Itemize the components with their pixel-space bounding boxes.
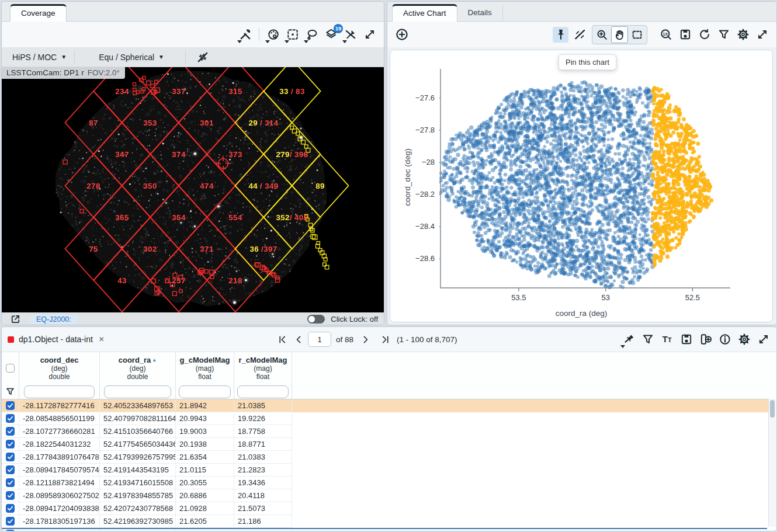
cell: 20.1938 bbox=[176, 438, 234, 451]
sky-map-canvas[interactable] bbox=[2, 67, 384, 312]
recenter-icon[interactable] bbox=[285, 27, 300, 43]
row-checkbox[interactable] bbox=[6, 440, 15, 448]
expand-icon[interactable] bbox=[362, 27, 377, 43]
add-column-icon[interactable] bbox=[698, 332, 713, 347]
table-scroll-divider[interactable] bbox=[2, 528, 767, 529]
chart-toolbar: 1X bbox=[387, 22, 776, 47]
table-row[interactable]: -28.08941784507957452.419144354319521.01… bbox=[2, 464, 776, 477]
cell: -28.089417204093838 bbox=[19, 502, 100, 515]
table-row[interactable]: -28.1172878277741652.4052336489765321.89… bbox=[2, 399, 776, 412]
tools-icon[interactable] bbox=[237, 27, 253, 43]
hips-moc-label: HiPS / MOC bbox=[12, 53, 57, 62]
cell: 52.4191443543195 bbox=[100, 464, 176, 477]
row-checkbox[interactable] bbox=[6, 504, 15, 513]
row-checkbox[interactable] bbox=[6, 427, 15, 436]
text-view-icon[interactable]: TT bbox=[659, 332, 675, 347]
table-row[interactable]: -28.1072773666028152.4151035664076619.90… bbox=[2, 425, 776, 438]
sky-map[interactable]: 23433731533 / 838735330129 / 31434737437… bbox=[2, 67, 384, 312]
info-icon[interactable] bbox=[717, 332, 733, 347]
table-row[interactable]: -28.17784389107647852.41793992675799521.… bbox=[2, 451, 776, 464]
table-settings-icon[interactable] bbox=[736, 332, 752, 347]
tab-coverage[interactable]: Coverage bbox=[10, 4, 67, 22]
filter-row-icon bbox=[5, 387, 15, 397]
scrollbar-thumb[interactable] bbox=[770, 400, 775, 418]
restore-chart-icon[interactable] bbox=[696, 27, 712, 43]
lasso-select-icon[interactable] bbox=[304, 27, 320, 43]
last-page-button[interactable] bbox=[378, 332, 392, 346]
close-table-icon[interactable]: ✕ bbox=[99, 335, 105, 343]
pan-icon[interactable] bbox=[611, 26, 628, 43]
filter-input-coord_dec[interactable] bbox=[24, 385, 95, 398]
select-area-icon[interactable] bbox=[629, 27, 645, 43]
sort-asc-icon: ▲ bbox=[152, 357, 157, 363]
table-row[interactable]: -28.1781830519713652.4219639273098521.62… bbox=[2, 515, 776, 528]
filter-input-r_cModelMag[interactable] bbox=[237, 385, 289, 398]
y-tick-label: −27.6 bbox=[401, 93, 435, 102]
column-header-g_cModelMag[interactable]: g_cModelMag(mag)float bbox=[176, 352, 234, 384]
table-vertical-scrollbar[interactable] bbox=[768, 399, 776, 527]
next-page-button[interactable] bbox=[358, 332, 372, 346]
layers-icon[interactable]: 19 bbox=[323, 27, 339, 43]
tab-details[interactable]: Details bbox=[457, 5, 503, 21]
row-checkbox[interactable] bbox=[6, 491, 15, 500]
row-checkbox[interactable] bbox=[6, 414, 15, 423]
filter-input-coord_ra[interactable] bbox=[104, 385, 171, 398]
color-palette-icon[interactable] bbox=[265, 27, 281, 43]
scatter-plot-canvas[interactable] bbox=[439, 68, 731, 293]
unpin-all-icon[interactable] bbox=[342, 27, 358, 43]
tab-active-chart[interactable]: Active Chart bbox=[392, 4, 457, 22]
coord-readout: EQ-J2000: bbox=[29, 315, 78, 324]
fov-label: FOV:2.0° bbox=[88, 68, 120, 77]
hips-moc-dropdown[interactable]: HiPS / MOC▼ bbox=[9, 53, 70, 62]
table-title-group[interactable]: dp1.Object - data-int ✕ bbox=[8, 335, 105, 344]
table-row[interactable]: -28.182254403123252.41775456503443620.19… bbox=[2, 438, 776, 451]
cell: -28.11728782777416 bbox=[19, 399, 100, 412]
row-checkbox[interactable] bbox=[6, 453, 15, 461]
cell: 21.0928 bbox=[176, 502, 234, 515]
row-checkbox[interactable] bbox=[6, 401, 15, 410]
cell: 21.5073 bbox=[234, 502, 292, 515]
cell: 21.186 bbox=[234, 515, 292, 528]
grid-off-icon[interactable] bbox=[195, 49, 210, 65]
toggle-points-icon[interactable] bbox=[572, 27, 588, 43]
cell: 21.2823 bbox=[234, 464, 292, 477]
page-number-input[interactable] bbox=[308, 332, 331, 347]
first-page-button[interactable] bbox=[275, 332, 289, 346]
prev-page-button[interactable] bbox=[292, 332, 306, 346]
table-row[interactable]: -28.08958930602750252.4197839485578520.6… bbox=[2, 489, 776, 502]
zoom-original-icon[interactable]: 1X bbox=[658, 27, 674, 43]
save-chart-icon[interactable] bbox=[677, 27, 693, 43]
table-row[interactable]: -28.1211887382149452.4193471601550820.30… bbox=[2, 477, 776, 489]
projection-label: Equ / Spherical bbox=[99, 53, 154, 62]
row-checkbox[interactable] bbox=[6, 517, 15, 526]
expand-chart-icon[interactable] bbox=[754, 27, 770, 43]
save-table-icon[interactable] bbox=[678, 332, 694, 347]
cell: 21.0383 bbox=[234, 451, 292, 464]
column-header-coord_dec[interactable]: coord_dec(deg)double bbox=[19, 352, 100, 384]
row-checkbox[interactable] bbox=[6, 478, 15, 487]
cell: 52.41510356640766 bbox=[100, 425, 176, 438]
pin-chart-icon[interactable] bbox=[553, 27, 568, 43]
expand-table-icon[interactable] bbox=[755, 332, 771, 347]
cell: 52.42196392730985 bbox=[100, 515, 176, 528]
add-chart-icon[interactable] bbox=[394, 27, 410, 43]
table-row[interactable]: -28.08941720409383852.4207243077856821.0… bbox=[2, 502, 776, 515]
column-header-coord_ra[interactable]: coord_ra▲(deg)double bbox=[100, 352, 176, 384]
pin-table-icon[interactable] bbox=[620, 332, 636, 347]
filter-chart-icon[interactable] bbox=[716, 27, 731, 43]
chart-region: 53.55352.5−27.6−27.8−28−28.2−28.4−28.6 c… bbox=[387, 47, 776, 325]
row-checkbox[interactable] bbox=[6, 530, 15, 531]
coverage-options-row: HiPS / MOC▼ Equ / Spherical▼ bbox=[2, 47, 384, 67]
chart-settings-icon[interactable] bbox=[735, 27, 751, 43]
filter-table-icon[interactable] bbox=[640, 332, 655, 347]
select-all-checkbox[interactable] bbox=[6, 364, 15, 373]
column-header-r_cModelMag[interactable]: r_cModelMag(mag)float bbox=[234, 352, 292, 384]
external-link-icon[interactable] bbox=[8, 311, 23, 325]
filter-input-g_cModelMag[interactable] bbox=[179, 385, 231, 398]
row-checkbox[interactable] bbox=[6, 465, 15, 474]
click-lock-toggle[interactable] bbox=[307, 315, 325, 324]
image-label-chip: LSSTComCam: DP1 rFOV:2.0° bbox=[2, 67, 125, 79]
table-row[interactable]: -28.0854885650119952.40799708281116420.9… bbox=[2, 412, 776, 425]
zoom-in-icon[interactable] bbox=[594, 27, 610, 43]
projection-dropdown[interactable]: Equ / Spherical▼ bbox=[95, 53, 168, 62]
